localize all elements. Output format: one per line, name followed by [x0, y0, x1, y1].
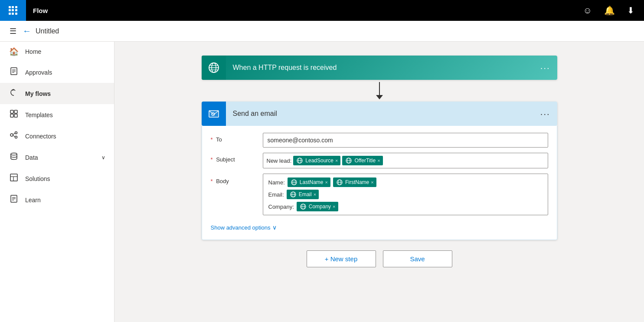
lastname-tag-close[interactable]: × — [325, 180, 328, 185]
new-step-button[interactable]: + New step — [307, 250, 376, 267]
sidebar-label-home: Home — [25, 48, 41, 55]
email-step-body: * To * Subject New lead: — [202, 126, 557, 240]
body-tag-email[interactable]: Email × — [287, 190, 319, 199]
leadsource-tag-close[interactable]: × — [335, 158, 338, 163]
bell-button[interactable]: 🔔 — [600, 3, 619, 18]
body-field-row: * Body Name: — [211, 174, 548, 215]
sidebar-label-templates: Templates — [25, 112, 53, 118]
svg-point-9 — [15, 132, 17, 134]
http-step-card: When a HTTP request is received ··· — [202, 56, 557, 80]
sidebar: 🏠 Home Approvals My flows Templates C — [0, 42, 114, 322]
sidebar-item-home[interactable]: 🏠 Home — [0, 42, 114, 62]
lastname-tag-label: LastName — [300, 179, 324, 185]
connectors-icon — [9, 131, 19, 141]
offertitle-tag-icon — [345, 157, 353, 164]
email-icon — [289, 191, 297, 198]
svg-rect-5 — [14, 110, 17, 113]
body-name-label: Name: — [268, 179, 285, 186]
company-tag-close[interactable]: × — [333, 204, 335, 209]
body-lines: Name: LastName × — [268, 177, 543, 211]
email-step-card: O Send an email ··· * To — [202, 102, 557, 240]
to-field-row: * To — [211, 133, 548, 148]
arrow-line — [379, 82, 380, 95]
email-tag-close[interactable]: × — [314, 192, 316, 197]
step-arrow — [376, 80, 383, 102]
menu-button[interactable]: ☰ — [7, 24, 19, 39]
sidebar-item-approvals[interactable]: Approvals — [0, 62, 114, 83]
http-step-header[interactable]: When a HTTP request is received ··· — [202, 56, 557, 80]
email-tag-label: Email — [299, 191, 312, 197]
subject-input[interactable]: New lead: LeadSource × — [263, 153, 548, 168]
advanced-options-toggle[interactable]: Show advanced options ∨ — [211, 220, 548, 231]
sidebar-item-my-flows[interactable]: My flows — [0, 83, 114, 104]
body-tag-lastname[interactable]: LastName × — [288, 177, 330, 187]
solutions-icon — [9, 173, 19, 184]
subject-prefix: New lead: — [267, 158, 292, 164]
sidebar-label-connectors: Connectors — [25, 133, 56, 140]
body-label: * Body — [211, 174, 263, 184]
http-icon-bg — [202, 56, 226, 80]
sidebar-label-data: Data — [25, 154, 38, 161]
templates-icon — [9, 109, 19, 120]
body-tag-company[interactable]: Company × — [297, 202, 338, 211]
outlook-icon: O — [208, 108, 220, 120]
svg-point-10 — [15, 136, 17, 138]
email-step-header[interactable]: O Send an email ··· — [202, 102, 557, 126]
leadsource-tag-label: LeadSource — [305, 158, 333, 164]
firstname-icon — [336, 178, 343, 186]
subject-tag-leadsource[interactable]: LeadSource × — [293, 156, 340, 165]
body-email-label: Email: — [268, 191, 284, 198]
my-flows-icon — [9, 88, 19, 99]
main-layout: 🏠 Home Approvals My flows Templates C — [0, 42, 644, 322]
sidebar-item-learn[interactable]: Learn — [0, 189, 114, 210]
leadsource-tag-icon — [296, 157, 304, 164]
sidebar-item-data[interactable]: Data ∨ — [0, 147, 114, 168]
subject-tag-offertitle[interactable]: OfferTitle × — [342, 156, 382, 165]
subheader: ☰ ← Untitled — [0, 21, 644, 42]
data-chevron-icon: ∨ — [101, 154, 105, 161]
content-area: When a HTTP request is received ··· O — [114, 42, 644, 322]
flow-canvas: When a HTTP request is received ··· O — [202, 56, 557, 273]
offertitle-tag-close[interactable]: × — [377, 158, 380, 163]
topbar: Flow ☺ 🔔 ⬇ — [0, 0, 644, 21]
sidebar-label-solutions: Solutions — [25, 175, 50, 182]
email-more-button[interactable]: ··· — [533, 109, 557, 119]
subject-label: * Subject — [211, 153, 263, 163]
home-icon: 🏠 — [9, 47, 19, 56]
save-button[interactable]: Save — [383, 250, 452, 267]
data-icon — [9, 152, 19, 163]
arrow-head — [376, 95, 383, 99]
back-button[interactable]: ← — [23, 26, 31, 36]
sidebar-item-templates[interactable]: Templates — [0, 104, 114, 125]
sidebar-item-connectors[interactable]: Connectors — [0, 125, 114, 147]
http-more-button[interactable]: ··· — [533, 63, 557, 73]
svg-rect-4 — [10, 110, 13, 113]
globe-icon — [208, 62, 220, 74]
sidebar-item-solutions[interactable]: Solutions — [0, 168, 114, 189]
sidebar-label-my-flows: My flows — [25, 90, 51, 97]
advanced-options-chevron: ∨ — [272, 224, 277, 231]
to-input[interactable] — [263, 133, 548, 148]
bottom-actions: + New step Save — [307, 240, 452, 273]
sidebar-label-learn: Learn — [25, 197, 41, 204]
svg-line-12 — [13, 135, 15, 137]
outlook-icon-bg: O — [202, 102, 226, 126]
advanced-options-label: Show advanced options — [211, 224, 271, 231]
learn-icon — [9, 194, 19, 205]
download-button[interactable]: ⬇ — [623, 3, 639, 18]
body-tag-firstname[interactable]: FirstName × — [333, 177, 376, 187]
page-title: Untitled — [36, 27, 59, 35]
firstname-tag-label: FirstName — [345, 179, 369, 185]
body-name-line: Name: LastName × — [268, 177, 543, 187]
sidebar-label-approvals: Approvals — [25, 69, 52, 76]
company-tag-label: Company — [309, 204, 331, 210]
svg-rect-7 — [14, 114, 17, 117]
svg-line-11 — [13, 133, 15, 135]
body-input[interactable]: Name: LastName × — [263, 174, 548, 215]
app-grid-icon[interactable] — [0, 0, 26, 21]
svg-point-8 — [10, 134, 13, 136]
body-company-line: Company: Company × — [268, 202, 543, 211]
emoji-button[interactable]: ☺ — [579, 3, 596, 18]
firstname-tag-close[interactable]: × — [371, 180, 373, 185]
to-label: * To — [211, 133, 263, 143]
